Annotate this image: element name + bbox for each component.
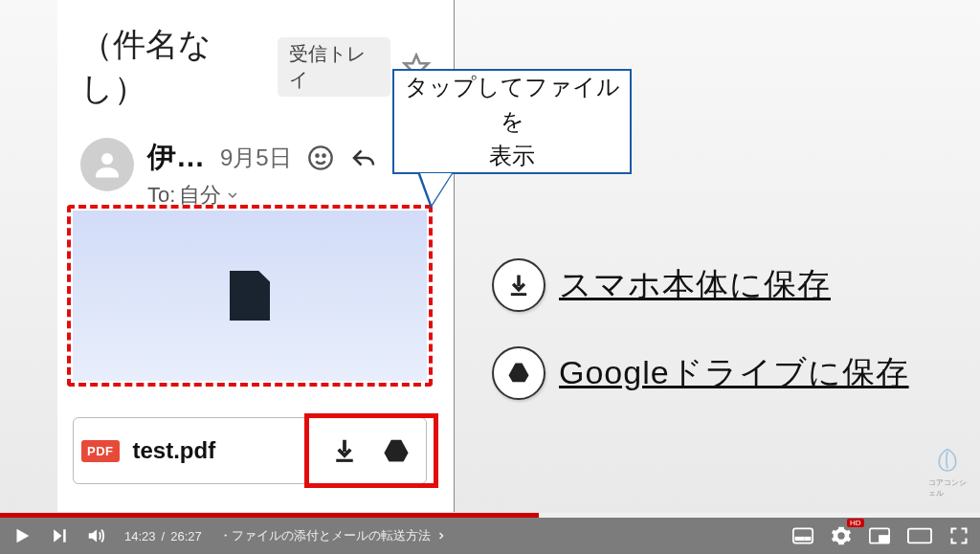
svg-rect-19 — [908, 529, 931, 543]
miniplayer-button[interactable] — [869, 527, 890, 544]
fullscreen-button[interactable] — [949, 526, 969, 545]
svg-point-1 — [101, 153, 113, 165]
settings-button[interactable]: HD — [831, 525, 852, 546]
emoji-icon[interactable] — [307, 144, 334, 171]
watermark-label: コアコンシェル — [928, 477, 967, 499]
cc-button[interactable] — [792, 527, 813, 544]
watermark: コアコンシェル — [928, 447, 967, 499]
callout-tail — [417, 172, 454, 209]
chapter-title[interactable]: ・ファイルの添付とメールの転送方法 — [219, 527, 448, 544]
svg-point-2 — [309, 146, 331, 168]
action-highlight — [304, 413, 438, 488]
next-button[interactable] — [50, 526, 69, 545]
svg-point-4 — [323, 154, 324, 156]
email-subject: （件名なし） — [80, 23, 266, 111]
chevron-down-icon — [225, 188, 240, 203]
time-sep: / — [162, 529, 166, 543]
play-button[interactable] — [11, 525, 33, 546]
chapter-prefix: ・ — [219, 528, 232, 543]
svg-marker-10 — [17, 529, 30, 543]
legend-download: スマホ本体に保存 — [492, 258, 831, 312]
volume-button[interactable] — [86, 525, 107, 546]
attachment-highlight — [67, 205, 433, 387]
svg-rect-18 — [880, 536, 888, 543]
svg-rect-15 — [795, 538, 803, 541]
player-bar: 14:23 / 26:27 ・ファイルの添付とメールの転送方法 HD — [0, 518, 980, 554]
legend-drive-label: Googleドライブに保存 — [559, 351, 909, 395]
svg-marker-11 — [54, 529, 61, 542]
legend-download-icon — [492, 258, 546, 312]
svg-rect-16 — [806, 538, 811, 541]
pdf-badge: PDF — [81, 440, 120, 462]
timecode: 14:23 / 26:27 — [124, 529, 202, 543]
callout-bubble: タップしてファイルを 表示 — [392, 69, 632, 174]
reply-icon[interactable] — [349, 144, 378, 172]
legend-drive-icon — [492, 346, 546, 400]
svg-marker-13 — [89, 530, 97, 543]
sender-name: 伊… — [147, 138, 205, 177]
legend-download-label: スマホ本体に保存 — [559, 263, 831, 307]
avatar[interactable] — [80, 138, 134, 191]
email-date: 9月5日 — [220, 143, 292, 173]
svg-rect-8 — [511, 293, 526, 296]
callout-text: タップしてファイルを 表示 — [394, 70, 630, 173]
time-current: 14:23 — [124, 529, 156, 543]
time-total: 26:27 — [170, 529, 202, 543]
svg-rect-14 — [793, 528, 813, 543]
theater-button[interactable] — [907, 527, 932, 544]
inbox-badge[interactable]: 受信トレイ — [278, 37, 390, 97]
legend-drive: Googleドライブに保存 — [492, 346, 909, 400]
svg-marker-9 — [509, 364, 529, 383]
attachment-filename: test.pdf — [133, 437, 216, 464]
hd-badge: HD — [847, 519, 864, 527]
chapter-text: ファイルの添付とメールの転送方法 — [232, 528, 431, 543]
svg-point-3 — [316, 154, 318, 156]
svg-rect-12 — [63, 529, 66, 542]
